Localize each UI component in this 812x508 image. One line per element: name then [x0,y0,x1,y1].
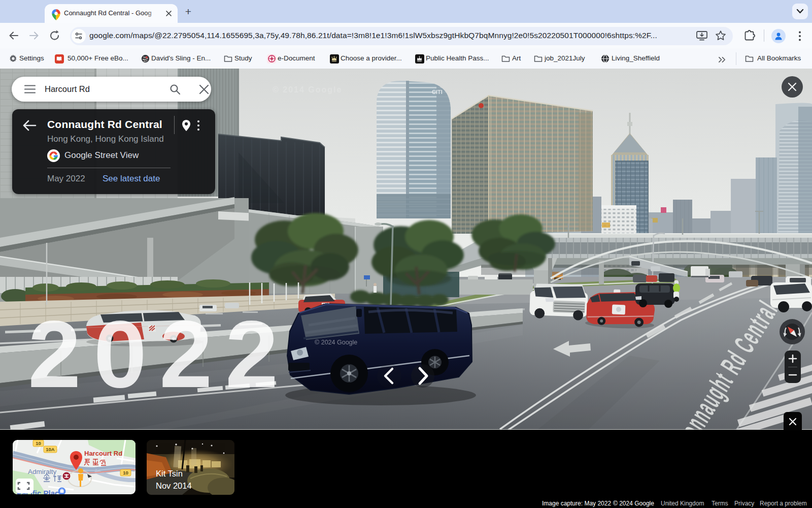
svg-text:© 2014 Google: © 2014 Google [273,85,342,94]
svg-text:10: 10 [36,440,41,446]
svg-text:10: 10 [123,470,128,475]
svg-text:10A: 10A [46,447,55,452]
svg-text:Harcourt Rd: Harcourt Rd [84,450,122,457]
svg-text:© 2024 Google: © 2024 Google [315,339,357,346]
svg-text:CITI: CITI [432,89,443,95]
svg-text:Admiralty: Admiralty [28,468,57,475]
